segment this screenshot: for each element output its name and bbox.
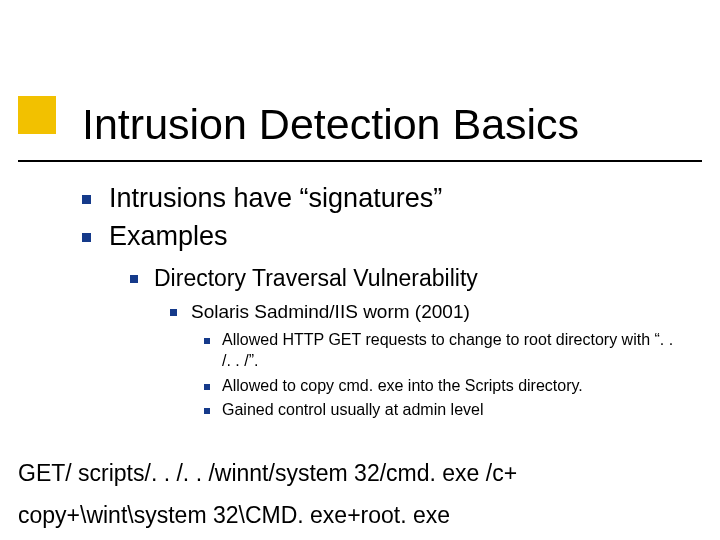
list-item: Directory Traversal Vulnerability: [130, 264, 682, 293]
list-item: Gained control usually at admin level: [204, 400, 682, 421]
square-bullet-icon: [204, 338, 210, 344]
slide: Intrusion Detection Basics Intrusions ha…: [0, 0, 720, 540]
code-line-2: copy+\wint\system 32\CMD. exe+root. exe: [18, 502, 450, 529]
accent-box-icon: [18, 96, 56, 134]
square-bullet-icon: [82, 195, 91, 204]
list-item: Allowed HTTP GET requests to change to r…: [204, 330, 682, 372]
list-item-text: Allowed HTTP GET requests to change to r…: [222, 330, 682, 372]
title-underline: [18, 160, 702, 162]
list-item-text: Allowed to copy cmd. exe into the Script…: [222, 376, 583, 397]
list-item-text: Gained control usually at admin level: [222, 400, 483, 421]
square-bullet-icon: [130, 275, 138, 283]
square-bullet-icon: [204, 408, 210, 414]
code-line-1: GET/ scripts/. . /. . /winnt/system 32/c…: [18, 460, 517, 487]
square-bullet-icon: [204, 384, 210, 390]
list-item-text: Directory Traversal Vulnerability: [154, 264, 478, 293]
list-item: Examples: [82, 220, 682, 254]
list-item: Intrusions have “signatures”: [82, 182, 682, 216]
square-bullet-icon: [170, 309, 177, 316]
list-item: Solaris Sadmind/IIS worm (2001): [170, 300, 682, 324]
slide-body: Intrusions have “signatures” Examples Di…: [82, 182, 682, 425]
slide-title: Intrusion Detection Basics: [82, 100, 579, 149]
list-item-text: Intrusions have “signatures”: [109, 182, 442, 216]
list-item-text: Examples: [109, 220, 228, 254]
list-item-text: Solaris Sadmind/IIS worm (2001): [191, 300, 470, 324]
list-item: Allowed to copy cmd. exe into the Script…: [204, 376, 682, 397]
square-bullet-icon: [82, 233, 91, 242]
